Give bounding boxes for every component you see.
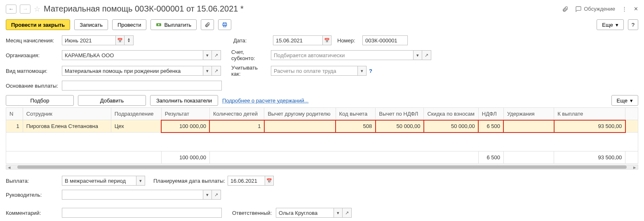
chevron-down-icon: ▾ (616, 22, 618, 28)
open-icon[interactable]: ↗ (422, 50, 431, 60)
type-input[interactable]: Материальная помощь при рождении ребенка (62, 66, 203, 76)
page-title: Материальная помощь 00ЗК-000001 от 15.06… (44, 4, 559, 14)
col-n[interactable]: N (6, 108, 23, 120)
dropdown-icon[interactable]: ▾ (413, 50, 422, 60)
help-button[interactable]: ? (628, 19, 638, 30)
open-icon[interactable]: ↗ (343, 208, 352, 218)
number-input[interactable]: 00ЗК-000001 (362, 35, 408, 45)
print-button[interactable] (218, 19, 231, 30)
chevron-down-icon: ▾ (630, 98, 633, 104)
comment-label: Комментарий: (6, 210, 59, 216)
col-employee[interactable]: Сотрудник (23, 108, 111, 120)
calendar-icon[interactable]: 📅 (115, 35, 125, 45)
month-input[interactable]: Июнь 2021 (62, 35, 115, 45)
col-children[interactable]: Количество детей (209, 108, 264, 120)
pay-button[interactable]: Выплатить (150, 19, 197, 30)
org-label: Организация: (6, 52, 59, 58)
open-icon[interactable]: ↗ (212, 190, 221, 200)
scroll-thumb[interactable] (17, 165, 627, 169)
add-button[interactable]: Добавить (78, 95, 146, 106)
col-withholdings[interactable]: Удержания (503, 108, 554, 120)
org-input[interactable]: КАРАМЕЛЬКА ООО (62, 50, 203, 60)
number-label: Номер: (337, 37, 360, 44)
horizontal-scrollbar[interactable]: ◂ ▸ (6, 165, 638, 170)
dropdown-icon[interactable]: ▾ (334, 208, 343, 218)
scroll-left-icon[interactable]: ◂ (6, 164, 12, 170)
open-icon[interactable]: ↗ (212, 50, 221, 60)
discussion-button[interactable]: Обсуждение (575, 6, 615, 12)
account-input[interactable]: Подбирается автоматически (271, 50, 413, 60)
dropdown-icon[interactable]: ▾ (203, 66, 212, 76)
dropdown-icon[interactable]: ▾ (136, 176, 145, 186)
account-label: Счет, субконто: (231, 49, 268, 61)
attach-button[interactable] (201, 19, 214, 30)
col-result[interactable]: Результат (161, 108, 209, 120)
month-label: Месяц начисления: (6, 37, 59, 44)
scroll-right-icon[interactable]: ▸ (632, 164, 638, 170)
type-label: Вид матпомощи: (6, 68, 59, 74)
more-menu-icon[interactable]: ⋮ (622, 6, 627, 12)
date-input[interactable]: 15.06.2021 (273, 35, 322, 45)
table-totals-row: 100 000,00 6 500 93 500,00 (6, 151, 638, 164)
planned-date-input[interactable]: 16.06.2021 (228, 176, 265, 186)
col-other-parent[interactable]: Вычет другому родителю (264, 108, 336, 120)
responsible-input[interactable]: Ольга Круглова (276, 208, 334, 218)
account-as-input[interactable]: Расчеты по оплате труда (271, 66, 357, 76)
star-icon[interactable]: ☆ (34, 5, 40, 14)
reason-label: Основание выплаты: (6, 83, 59, 89)
table-empty-row (6, 133, 638, 151)
fill-button[interactable]: Заполнить показатели (150, 95, 218, 106)
account-as-label: Учитывать как: (231, 65, 268, 77)
col-department[interactable]: Подразделение (111, 108, 161, 120)
responsible-label: Ответственный: (232, 210, 273, 216)
post-button[interactable]: Провести (112, 19, 147, 30)
col-ndfl-deduction[interactable]: Вычет по НДФЛ (376, 108, 424, 120)
col-scroll (625, 108, 638, 120)
date-label: Дата: (233, 37, 270, 44)
close-icon[interactable]: ✕ (634, 6, 638, 12)
select-button[interactable]: Подбор (6, 95, 74, 106)
employees-table: N Сотрудник Подразделение Результат Коли… (6, 107, 638, 164)
col-to-pay[interactable]: К выплате (554, 108, 625, 120)
table-header-row: N Сотрудник Подразделение Результат Коли… (6, 108, 638, 120)
discussion-label: Обсуждение (584, 6, 615, 12)
open-icon[interactable]: ↗ (212, 66, 221, 76)
reason-input[interactable] (62, 81, 222, 91)
svg-point-1 (158, 24, 160, 26)
manager-input[interactable] (62, 190, 203, 200)
dropdown-icon[interactable]: ▾ (203, 50, 212, 60)
table-more-button[interactable]: Еще ▾ (611, 95, 638, 106)
col-ndfl[interactable]: НДФЛ (478, 108, 503, 120)
comment-input[interactable] (62, 208, 222, 218)
money-icon (156, 22, 162, 28)
write-button[interactable]: Записать (74, 19, 108, 30)
details-link[interactable]: Подробнее о расчете удержаний... (222, 98, 309, 104)
dropdown-icon[interactable]: ▾ (357, 66, 367, 76)
nav-forward-button[interactable]: → (20, 5, 31, 14)
month-stepper[interactable]: ▲▼ (125, 35, 134, 45)
help-icon[interactable]: ? (369, 68, 372, 74)
payment-label: Выплата: (6, 178, 59, 184)
calendar-icon[interactable]: 📅 (322, 35, 331, 45)
nav-back-button[interactable]: ← (6, 5, 16, 14)
planned-date-label: Планируемая дата выплаты: (153, 178, 225, 184)
dropdown-icon[interactable]: ▾ (203, 190, 212, 200)
manager-label: Руководитель: (6, 192, 59, 198)
table-row[interactable]: 1 Пирогова Елена Степановна Цех 100 000,… (6, 120, 638, 133)
more-button[interactable]: Еще ▾ (597, 19, 623, 30)
col-code[interactable]: Код вычета (336, 108, 376, 120)
payment-input[interactable]: В межрасчетный период (62, 176, 136, 186)
attachment-icon[interactable] (562, 6, 569, 12)
calendar-icon[interactable]: 📅 (265, 176, 274, 186)
col-contrib-discount[interactable]: Скидка по взносам (424, 108, 478, 120)
post-and-close-button[interactable]: Провести и закрыть (6, 19, 70, 30)
